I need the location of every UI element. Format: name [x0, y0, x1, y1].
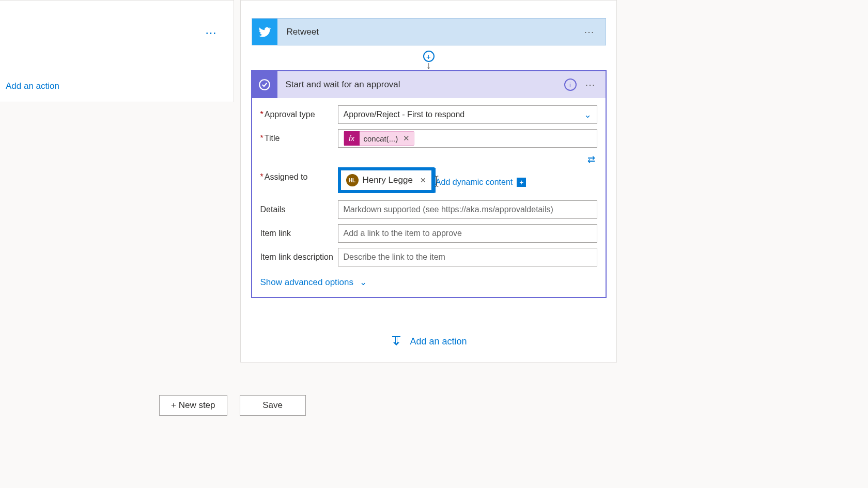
retweet-action-card[interactable]: Retweet ⋯	[252, 18, 606, 45]
insert-action-icon	[390, 335, 402, 348]
title-label: Title	[265, 134, 280, 143]
add-action-button[interactable]: Add an action	[390, 335, 467, 348]
item-link-label: Item link	[260, 229, 291, 238]
assigned-to-highlight: HL Henry Legge ✕	[338, 167, 435, 193]
parallel-branch-card[interactable]: ⋯ Add an action	[0, 0, 234, 102]
ellipsis-menu-icon[interactable]: ⋯	[584, 26, 595, 38]
approval-form: *Approval type Approve/Reject - First to…	[252, 98, 606, 297]
assigned-to-input[interactable]: HL Henry Legge ✕	[340, 169, 432, 191]
approval-icon	[252, 71, 277, 98]
details-row: Details Markdown supported (see https://…	[260, 200, 597, 219]
remove-token-icon[interactable]: ✕	[402, 134, 414, 143]
item-link-description-label: Item link description	[260, 253, 333, 261]
plus-icon: +	[517, 178, 526, 187]
title-input[interactable]: fx concat(...) ✕	[338, 129, 597, 148]
chevron-down-icon: ⌄	[584, 109, 592, 120]
footer-buttons: + New step Save	[159, 395, 306, 416]
person-chip[interactable]: HL Henry Legge ✕	[344, 172, 428, 188]
item-link-description-row: Item link description Describe the link …	[260, 248, 597, 266]
add-action-button[interactable]: Add an action	[0, 80, 59, 92]
details-input[interactable]: Markdown supported (see https://aka.ms/a…	[338, 200, 597, 219]
assigned-to-row: *Assigned to HL Henry Legge ✕	[260, 167, 597, 193]
approval-type-value: Approve/Reject - First to respond	[344, 110, 465, 119]
show-advanced-options-label: Show advanced options	[260, 277, 354, 288]
approval-type-select[interactable]: Approve/Reject - First to respond ⌄	[338, 105, 597, 124]
details-label: Details	[260, 205, 286, 214]
avatar: HL	[346, 174, 359, 186]
ellipsis-menu-icon[interactable]: ⋯	[205, 26, 218, 40]
add-dynamic-content-label: Add dynamic content	[436, 178, 513, 187]
approval-title: Start and wait for an approval	[286, 80, 400, 90]
swap-mode-icon[interactable]: ⇄	[260, 154, 595, 165]
item-link-description-input[interactable]: Describe the link to the item	[338, 248, 597, 266]
approval-card-header[interactable]: Start and wait for an approval i ⋯	[252, 71, 606, 98]
approval-action-card: Start and wait for an approval i ⋯ *Appr…	[251, 70, 607, 298]
flow-connector: + ↓	[428, 45, 429, 70]
add-dynamic-content-link[interactable]: Add dynamic content +	[436, 171, 526, 193]
approval-type-label: Approval type	[265, 110, 315, 119]
flow-column: Retweet ⋯ + ↓ Start and wait for an appr…	[240, 0, 617, 363]
approval-type-row: *Approval type Approve/Reject - First to…	[260, 105, 597, 124]
save-button[interactable]: Save	[240, 395, 306, 416]
twitter-icon	[252, 19, 277, 45]
item-link-input[interactable]: Add a link to the item to approve	[338, 224, 597, 243]
add-action-label: Add an action	[410, 336, 467, 347]
save-label: Save	[262, 400, 283, 411]
arrow-down-icon: ↓	[426, 59, 431, 71]
title-row: *Title fx concat(...) ✕	[260, 129, 597, 148]
details-placeholder: Markdown supported (see https://aka.ms/a…	[344, 205, 553, 214]
expression-text: concat(...)	[360, 134, 402, 143]
chevron-down-icon: ⌄	[360, 277, 367, 288]
person-name: Henry Legge	[363, 175, 413, 185]
remove-person-icon[interactable]: ✕	[420, 176, 426, 184]
fx-icon: fx	[344, 131, 360, 146]
new-step-button[interactable]: + New step	[159, 395, 227, 416]
item-link-description-placeholder: Describe the link to the item	[344, 253, 445, 262]
show-advanced-options-link[interactable]: Show advanced options ⌄	[260, 277, 367, 288]
expression-token[interactable]: fx concat(...) ✕	[344, 131, 415, 146]
ellipsis-menu-icon[interactable]: ⋯	[585, 78, 596, 91]
svg-point-0	[259, 80, 270, 90]
assigned-to-label: Assigned to	[265, 172, 308, 181]
new-step-label: + New step	[171, 400, 215, 411]
item-link-placeholder: Add a link to the item to approve	[344, 229, 462, 238]
info-icon[interactable]: i	[564, 78, 577, 91]
add-action-label: Add an action	[6, 81, 59, 91]
item-link-row: Item link Add a link to the item to appr…	[260, 224, 597, 243]
retweet-title: Retweet	[287, 27, 319, 37]
